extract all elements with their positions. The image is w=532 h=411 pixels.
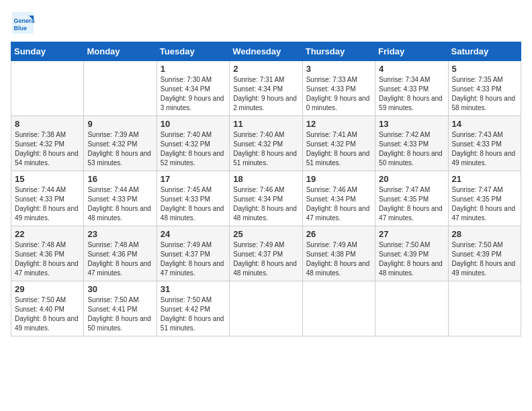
day-info: Sunrise: 7:50 AMSunset: 4:41 PMDaylight:… (87, 296, 151, 332)
day-info: Sunrise: 7:40 AMSunset: 4:32 PMDaylight:… (161, 131, 224, 167)
day-of-week-header: Friday (375, 42, 448, 61)
calendar-day-cell: 31 Sunrise: 7:50 AMSunset: 4:42 PMDaylig… (157, 281, 229, 336)
day-info: Sunrise: 7:50 AMSunset: 4:39 PMDaylight:… (452, 241, 516, 277)
day-info: Sunrise: 7:49 AMSunset: 4:37 PMDaylight:… (161, 241, 224, 277)
day-number: 21 (452, 174, 517, 184)
calendar-header-row: SundayMondayTuesdayWednesdayThursdayFrid… (11, 42, 521, 61)
day-info: Sunrise: 7:40 AMSunset: 4:32 PMDaylight:… (233, 131, 297, 167)
day-number: 5 (452, 64, 517, 74)
day-info: Sunrise: 7:47 AMSunset: 4:35 PMDaylight:… (452, 186, 516, 222)
day-of-week-header: Sunday (11, 42, 84, 61)
calendar-day-cell (302, 281, 375, 336)
calendar-day-cell (84, 61, 157, 116)
calendar-day-cell: 27 Sunrise: 7:50 AMSunset: 4:39 PMDaylig… (375, 226, 448, 281)
calendar-day-cell: 23 Sunrise: 7:48 AMSunset: 4:36 PMDaylig… (84, 226, 157, 281)
day-info: Sunrise: 7:50 AMSunset: 4:42 PMDaylight:… (161, 296, 224, 332)
calendar-day-cell: 15 Sunrise: 7:44 AMSunset: 4:33 PMDaylig… (11, 171, 84, 226)
day-number: 13 (379, 119, 444, 129)
calendar-day-cell: 16 Sunrise: 7:44 AMSunset: 4:33 PMDaylig… (84, 171, 157, 226)
day-info: Sunrise: 7:49 AMSunset: 4:38 PMDaylight:… (306, 241, 370, 277)
calendar-day-cell: 3 Sunrise: 7:33 AMSunset: 4:33 PMDayligh… (302, 61, 375, 116)
day-number: 16 (87, 174, 152, 184)
calendar-day-cell: 29 Sunrise: 7:50 AMSunset: 4:40 PMDaylig… (11, 281, 84, 336)
day-number: 30 (87, 284, 152, 294)
calendar-day-cell: 28 Sunrise: 7:50 AMSunset: 4:39 PMDaylig… (448, 226, 521, 281)
day-info: Sunrise: 7:31 AMSunset: 4:34 PMDaylight:… (233, 76, 297, 111)
calendar-day-cell (11, 61, 84, 116)
calendar-day-cell: 1 Sunrise: 7:30 AMSunset: 4:34 PMDayligh… (157, 61, 229, 116)
calendar-day-cell: 8 Sunrise: 7:38 AMSunset: 4:32 PMDayligh… (11, 116, 84, 171)
day-number: 17 (161, 174, 226, 184)
calendar-week-row: 29 Sunrise: 7:50 AMSunset: 4:40 PMDaylig… (11, 281, 521, 336)
day-info: Sunrise: 7:30 AMSunset: 4:34 PMDaylight:… (161, 76, 224, 111)
calendar-day-cell: 11 Sunrise: 7:40 AMSunset: 4:32 PMDaylig… (230, 116, 302, 171)
day-of-week-header: Tuesday (157, 42, 229, 61)
day-number: 4 (379, 64, 444, 74)
day-number: 24 (161, 229, 226, 239)
day-info: Sunrise: 7:41 AMSunset: 4:32 PMDaylight:… (306, 131, 370, 167)
day-number: 23 (87, 229, 152, 239)
calendar-table: SundayMondayTuesdayWednesdayThursdayFrid… (11, 42, 521, 336)
calendar-day-cell: 19 Sunrise: 7:46 AMSunset: 4:34 PMDaylig… (302, 171, 375, 226)
day-number: 12 (306, 119, 371, 129)
calendar-week-row: 22 Sunrise: 7:48 AMSunset: 4:36 PMDaylig… (11, 226, 521, 281)
calendar-day-cell: 21 Sunrise: 7:47 AMSunset: 4:35 PMDaylig… (448, 171, 521, 226)
day-number: 14 (452, 119, 517, 129)
day-of-week-header: Monday (84, 42, 157, 61)
day-info: Sunrise: 7:50 AMSunset: 4:39 PMDaylight:… (379, 241, 443, 277)
calendar-day-cell (375, 281, 448, 336)
day-number: 29 (15, 284, 80, 294)
day-number: 9 (87, 119, 152, 129)
day-info: Sunrise: 7:46 AMSunset: 4:34 PMDaylight:… (233, 186, 297, 222)
day-info: Sunrise: 7:44 AMSunset: 4:33 PMDaylight:… (15, 186, 79, 222)
calendar-day-cell (448, 281, 521, 336)
day-number: 25 (233, 229, 298, 239)
calendar-week-row: 1 Sunrise: 7:30 AMSunset: 4:34 PMDayligh… (11, 61, 521, 116)
calendar-day-cell: 2 Sunrise: 7:31 AMSunset: 4:34 PMDayligh… (230, 61, 302, 116)
logo: General Blue (11, 11, 38, 35)
day-number: 1 (161, 64, 226, 74)
calendar-day-cell: 18 Sunrise: 7:46 AMSunset: 4:34 PMDaylig… (230, 171, 302, 226)
day-number: 28 (452, 229, 517, 239)
day-number: 31 (161, 284, 226, 294)
day-info: Sunrise: 7:50 AMSunset: 4:40 PMDaylight:… (15, 296, 79, 332)
calendar-day-cell: 13 Sunrise: 7:42 AMSunset: 4:33 PMDaylig… (375, 116, 448, 171)
day-number: 19 (306, 174, 371, 184)
day-info: Sunrise: 7:45 AMSunset: 4:33 PMDaylight:… (161, 186, 224, 222)
day-info: Sunrise: 7:44 AMSunset: 4:33 PMDaylight:… (87, 186, 151, 222)
day-info: Sunrise: 7:35 AMSunset: 4:33 PMDaylight:… (452, 76, 516, 111)
day-number: 11 (233, 119, 298, 129)
day-number: 20 (379, 174, 444, 184)
calendar-day-cell: 14 Sunrise: 7:43 AMSunset: 4:33 PMDaylig… (448, 116, 521, 171)
calendar-week-row: 15 Sunrise: 7:44 AMSunset: 4:33 PMDaylig… (11, 171, 521, 226)
day-number: 22 (15, 229, 80, 239)
calendar-day-cell: 24 Sunrise: 7:49 AMSunset: 4:37 PMDaylig… (157, 226, 229, 281)
day-info: Sunrise: 7:49 AMSunset: 4:37 PMDaylight:… (233, 241, 297, 277)
calendar-day-cell: 12 Sunrise: 7:41 AMSunset: 4:32 PMDaylig… (302, 116, 375, 171)
day-info: Sunrise: 7:46 AMSunset: 4:34 PMDaylight:… (306, 186, 370, 222)
day-number: 15 (15, 174, 80, 184)
calendar-day-cell: 22 Sunrise: 7:48 AMSunset: 4:36 PMDaylig… (11, 226, 84, 281)
day-number: 26 (306, 229, 371, 239)
day-number: 2 (233, 64, 298, 74)
calendar-day-cell: 20 Sunrise: 7:47 AMSunset: 4:35 PMDaylig… (375, 171, 448, 226)
day-info: Sunrise: 7:39 AMSunset: 4:32 PMDaylight:… (87, 131, 151, 167)
calendar-day-cell (230, 281, 302, 336)
day-of-week-header: Thursday (302, 42, 375, 61)
calendar-day-cell: 30 Sunrise: 7:50 AMSunset: 4:41 PMDaylig… (84, 281, 157, 336)
svg-text:Blue: Blue (14, 25, 28, 32)
calendar-day-cell: 4 Sunrise: 7:34 AMSunset: 4:33 PMDayligh… (375, 61, 448, 116)
day-info: Sunrise: 7:42 AMSunset: 4:33 PMDaylight:… (379, 131, 443, 167)
day-number: 10 (161, 119, 226, 129)
day-of-week-header: Wednesday (230, 42, 302, 61)
calendar-day-cell: 5 Sunrise: 7:35 AMSunset: 4:33 PMDayligh… (448, 61, 521, 116)
day-number: 8 (15, 119, 80, 129)
day-number: 27 (379, 229, 444, 239)
day-info: Sunrise: 7:47 AMSunset: 4:35 PMDaylight:… (379, 186, 443, 222)
day-info: Sunrise: 7:38 AMSunset: 4:32 PMDaylight:… (15, 131, 79, 167)
day-number: 3 (306, 64, 371, 74)
day-info: Sunrise: 7:43 AMSunset: 4:33 PMDaylight:… (452, 131, 516, 167)
day-info: Sunrise: 7:48 AMSunset: 4:36 PMDaylight:… (87, 241, 151, 277)
calendar-week-row: 8 Sunrise: 7:38 AMSunset: 4:32 PMDayligh… (11, 116, 521, 171)
day-info: Sunrise: 7:48 AMSunset: 4:36 PMDaylight:… (15, 241, 79, 277)
